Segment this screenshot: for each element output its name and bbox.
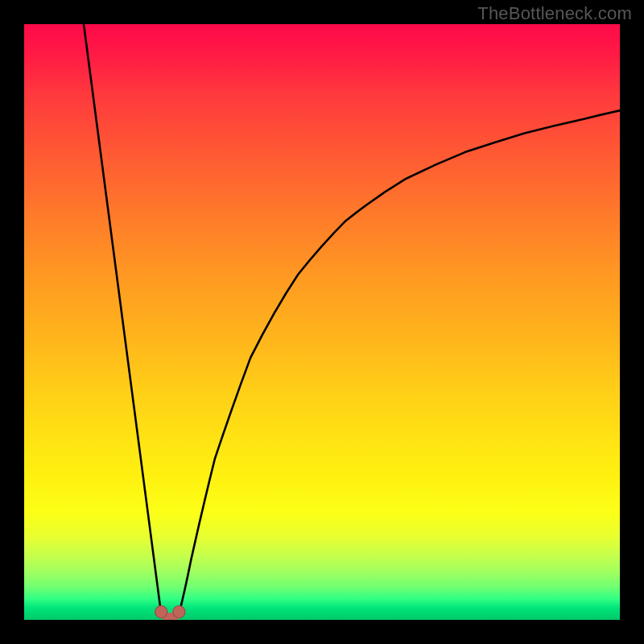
marker-left (155, 606, 167, 618)
curve-right-arm (179, 110, 620, 613)
bottleneck-curve (24, 24, 620, 620)
watermark-text: TheBottleneck.com (477, 3, 632, 24)
chart-frame (24, 24, 620, 620)
marker-right (173, 606, 185, 618)
curve-left-arm (84, 24, 161, 614)
